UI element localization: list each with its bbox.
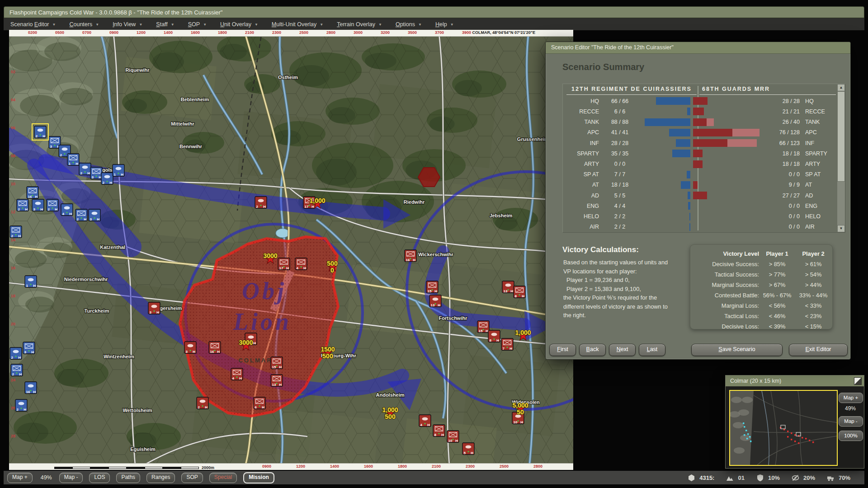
save-scenario-button[interactable]: Save Scenario [691,344,783,356]
menu-options[interactable]: Options▼ [389,18,429,30]
red-unit-counter[interactable]: 15H [426,281,438,293]
red-unit-counter[interactable]: 3H [148,302,160,314]
next-button[interactable]: Next [609,344,636,356]
blue-unit-counter[interactable]: 3H [32,199,44,211]
mission-button[interactable]: Mission [243,472,274,483]
blue-unit-counter[interactable]: 2H [15,399,27,412]
minimap-full-zoom-button[interactable]: 100% [839,431,863,441]
red-unit-counter[interactable]: 13H [502,281,514,293]
blue-unit-counter[interactable]: 2H [47,199,58,211]
menu-scenario-editor[interactable]: Scenario Editor▼ [4,18,62,30]
red-unit-counter[interactable]: 6H [254,397,265,409]
red-unit-counter[interactable]: 3H [184,342,196,354]
red-unit-counter[interactable]: 8H [433,425,445,437]
unit-type-label: ENG [563,203,599,209]
blue-unit-counter[interactable]: 16H [25,382,37,394]
svg-text:H: H [24,408,26,412]
svg-text:7: 7 [503,347,505,351]
scrollbar-thumb[interactable] [837,91,845,182]
victory-text-line: Player 1 = 39,236 and 0, [563,276,684,285]
svg-text:3: 3 [186,350,188,354]
red-unit-counter[interactable]: 15H [477,321,489,333]
map-svg[interactable]: ObjLion0204060810121416182022242628Rique… [9,30,573,470]
blue-unit-counter[interactable]: 2H [11,364,23,376]
red-unit-counter[interactable]: 8H [488,330,500,343]
blue-unit-counter[interactable]: 1H [113,164,124,177]
summary-row: SPARTY35 / 3518 / 18SPARTY [563,148,837,159]
red-unit-counter[interactable]: 13H [271,375,283,387]
blue-unit-counter[interactable]: 4H [61,204,73,216]
player1-bar [687,108,690,115]
red-unit-counter[interactable]: 17H [278,258,290,270]
dialog-titlebar[interactable]: Scenario Editor "The Ride of the 12th Cu… [546,42,850,54]
unit-type-label: AT [800,182,837,188]
svg-text:15: 15 [272,365,276,369]
player2-bar [693,139,727,147]
minimap-map-minus-button[interactable]: Map - [839,416,863,427]
menu-unit-overlay[interactable]: Unit Overlay▼ [213,18,265,30]
red-unit-counter[interactable]: 4H [231,368,243,380]
player2-count: 76 / 128 [764,129,800,136]
blue-unit-counter[interactable]: 2H [10,226,22,238]
map-viewport[interactable]: ObjLion0204060810121416182022242628Rique… [9,30,573,470]
exit-editor-button[interactable]: Exit Editor [789,344,848,356]
red-unit-counter[interactable]: 2H [255,197,267,209]
unit-type-label: SP AT [563,171,599,178]
window-titlebar[interactable]: Flashpoint Campaigns Cold War - 3.0.0.98… [4,6,864,18]
red-unit-counter[interactable]: 13H [429,295,441,307]
player1-bar [688,202,690,210]
blue-unit-counter[interactable]: 2H [75,209,87,221]
town-label: Turckheim [85,308,109,314]
ruler-tick: 2800 [326,30,335,35]
menu-staff[interactable]: Staff▼ [149,18,181,30]
red-unit-counter[interactable]: 15H [271,357,283,369]
blue-unit-counter[interactable]: 2H [101,173,113,185]
red-unit-counter[interactable]: 2H [197,397,208,409]
blue-unit-counter[interactable]: 1H [25,276,37,288]
red-unit-counter[interactable]: 16H [405,250,416,262]
blue-unit-counter[interactable]: 3H [23,342,35,354]
scroll-down-icon[interactable]: ▼ [837,225,845,232]
map-minus-button[interactable]: Map - [59,473,83,483]
menu-info-view[interactable]: Info View▼ [106,18,149,30]
vp-value: 3000 [239,339,253,346]
summary-row: APC41 / 4176 / 128APC [563,127,837,138]
player2-bar [693,129,732,136]
los-button[interactable]: LOS [89,473,110,483]
menu-multi-unit-overlay[interactable]: Multi-Unit Overlay▼ [265,18,330,30]
map-scale-bar: 2000m [54,465,214,470]
minimap-map-plus-button[interactable]: Map + [839,393,863,403]
first-button[interactable]: First [549,344,576,356]
blue-unit-counter[interactable]: 16H [27,187,38,199]
scroll-up-icon[interactable]: ▲ [837,84,845,91]
red-unit-counter[interactable]: 16H [209,342,221,354]
menu-terrain-overlay[interactable]: Terrain Overlay▼ [330,18,389,30]
paths-button[interactable]: Paths [116,473,140,483]
minimap-image[interactable] [729,390,838,466]
menu-counters[interactable]: Counters▼ [62,18,106,30]
blue-unit-counter[interactable]: 2H [34,126,46,138]
blue-unit-counter[interactable]: 2H [10,347,22,360]
menu-help[interactable]: Help▼ [429,18,461,30]
menu-sop[interactable]: SOP▼ [181,18,213,30]
red-unit-counter[interactable]: 8H [514,286,525,298]
summary-scrollbar[interactable]: ▲ ▼ [837,84,845,232]
last-button[interactable]: Last [639,344,665,356]
map-plus-button[interactable]: Map + [7,473,33,483]
special-button[interactable]: Special [209,473,237,483]
red-unit-counter[interactable]: 4H [295,258,307,270]
red-unit-counter[interactable]: 7H [501,338,513,351]
blue-unit-counter[interactable]: 1H [67,154,79,166]
blue-unit-counter[interactable]: 2H [17,199,28,211]
blue-unit-counter[interactable]: 3H [89,209,100,221]
sop-button[interactable]: SOP [181,473,203,483]
resize-icon[interactable] [854,377,862,385]
back-button[interactable]: Back [579,344,606,356]
blue-unit-counter[interactable]: 3H [90,167,102,179]
red-unit-counter[interactable]: 10H [447,431,459,443]
ranges-button[interactable]: Ranges [146,473,175,483]
blue-unit-counter[interactable]: 2H [79,163,91,175]
minimap-titlebar[interactable]: Colmar (20 x 15 km) [726,375,864,386]
red-unit-counter[interactable]: 5H [462,443,474,455]
red-unit-counter[interactable]: 4H [419,415,431,427]
